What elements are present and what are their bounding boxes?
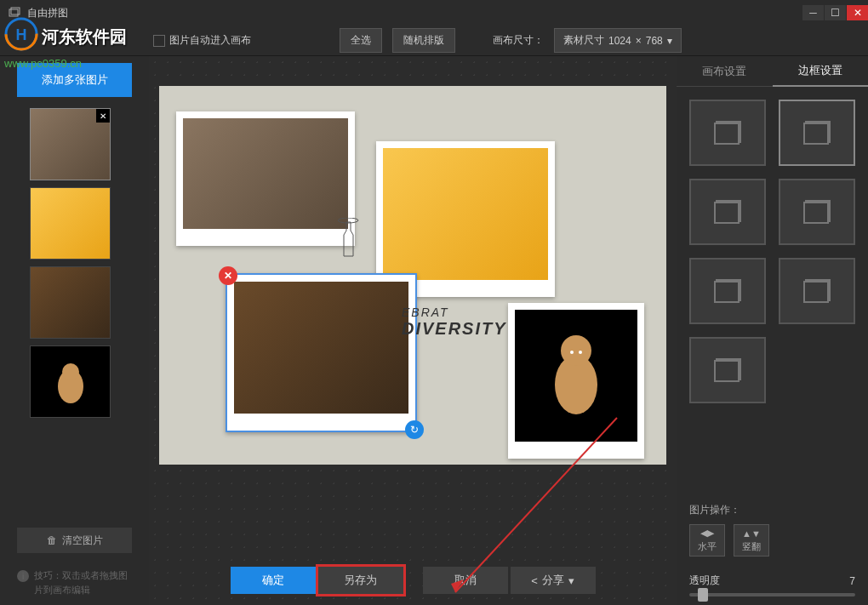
chevron-down-icon: ▾ (667, 35, 672, 47)
flip-horizontal-button[interactable]: ◀▶ 水平 (689, 524, 725, 556)
sidebar: 添加多张图片 ✕ 🗑 清空图片 i 技巧：双击或者拖拽图片到画布编辑 (0, 56, 149, 605)
add-images-button[interactable]: 添加多张图片 (17, 63, 132, 97)
thumbnail-item[interactable] (30, 345, 111, 418)
app-icon (9, 7, 20, 19)
flip-h-icon: ◀▶ (700, 528, 714, 539)
svg-point-9 (570, 351, 574, 354)
clear-images-button[interactable]: 🗑 清空图片 (17, 528, 132, 553)
titlebar: 自由拼图 ─ ☐ ✕ (0, 0, 868, 26)
frame-option[interactable] (689, 100, 766, 166)
image-ops-label: 图片操作： (689, 503, 855, 517)
bottom-action-bar: 确定 另存为 取消 < 分享 ▾ (149, 556, 677, 605)
select-all-button[interactable]: 全选 (340, 28, 382, 53)
share-button[interactable]: < 分享 ▾ (511, 567, 596, 594)
photo-delete-button[interactable]: ✕ (219, 266, 237, 285)
frame-option[interactable] (779, 100, 855, 166)
share-icon: < (531, 574, 538, 587)
tab-canvas-settings[interactable]: 画布设置 (677, 56, 773, 87)
frame-option[interactable] (779, 258, 855, 324)
save-as-button[interactable]: 另存为 (316, 564, 406, 596)
flip-vertical-button[interactable]: ▲▼ 竖翻 (734, 524, 769, 556)
frame-option[interactable] (779, 179, 855, 245)
opacity-value: 7 (849, 575, 855, 587)
chevron-down-icon: ▾ (568, 574, 574, 587)
thumbnail-item[interactable] (30, 266, 111, 339)
minimize-button[interactable]: ─ (802, 5, 824, 20)
frame-option[interactable] (689, 258, 766, 324)
frame-option[interactable] (689, 179, 766, 245)
maximize-button[interactable]: ☐ (825, 5, 846, 20)
confirm-button[interactable]: 确定 (231, 567, 316, 594)
canvas-photo-selected[interactable]: ✕ ↻ (226, 273, 417, 432)
thumbnail-list: ✕ (0, 104, 149, 521)
canvas[interactable]: ✕ ↻ EBRAT DIVERSITY (159, 86, 666, 465)
svg-point-10 (579, 351, 582, 354)
right-panel: 画布设置 边框设置 图片操作： ◀▶ 水平 ▲▼ 竖翻 (677, 56, 868, 605)
canvas-area: ✕ ↻ EBRAT DIVERSITY 确定 另存为 取消 < 分享 ▾ (149, 56, 677, 605)
svg-point-8 (561, 335, 591, 366)
svg-point-6 (62, 363, 79, 380)
thumbnail-delete-button[interactable]: ✕ (96, 109, 110, 123)
canvas-photo[interactable] (176, 111, 355, 246)
decoration-bottle-icon (338, 218, 359, 260)
settings-tabs: 画布设置 边框设置 (677, 56, 868, 87)
decoration-text: EBRAT DIVERSITY (402, 305, 507, 339)
cancel-button[interactable]: 取消 (423, 567, 508, 594)
frame-style-grid (677, 87, 868, 416)
canvas-photo[interactable] (508, 303, 644, 459)
photo-rotate-button[interactable]: ↻ (405, 420, 424, 439)
auto-enter-checkbox[interactable]: 图片自动进入画布 (153, 33, 251, 48)
opacity-section: 透明度 7 (677, 565, 868, 605)
auto-enter-label: 图片自动进入画布 (169, 33, 251, 48)
canvas-size-label: 画布尺寸： (493, 33, 544, 48)
close-button[interactable]: ✕ (847, 5, 868, 20)
random-layout-button[interactable]: 随机排版 (392, 28, 455, 53)
image-ops-section: 图片操作： ◀▶ 水平 ▲▼ 竖翻 (677, 494, 868, 565)
canvas-size-dropdown[interactable]: 素材尺寸 1024 × 768 ▾ (554, 28, 682, 53)
flip-v-icon: ▲▼ (742, 528, 761, 539)
trash-icon: 🗑 (47, 534, 57, 546)
info-icon: i (17, 570, 29, 582)
opacity-label: 透明度 (689, 574, 720, 588)
window-title: 自由拼图 (27, 6, 68, 20)
opacity-slider[interactable] (689, 593, 855, 596)
checkbox-icon (153, 35, 165, 47)
thumbnail-item[interactable] (30, 187, 111, 260)
tip-text: i 技巧：双击或者拖拽图片到画布编辑 (0, 560, 149, 605)
toolbar: 图片自动进入画布 全选 随机排版 画布尺寸： 素材尺寸 1024 × 768 ▾ (0, 26, 868, 56)
thumbnail-item[interactable]: ✕ (30, 108, 111, 180)
slider-thumb[interactable] (698, 588, 708, 602)
frame-option[interactable] (689, 337, 766, 403)
tab-border-settings[interactable]: 边框设置 (773, 56, 869, 87)
